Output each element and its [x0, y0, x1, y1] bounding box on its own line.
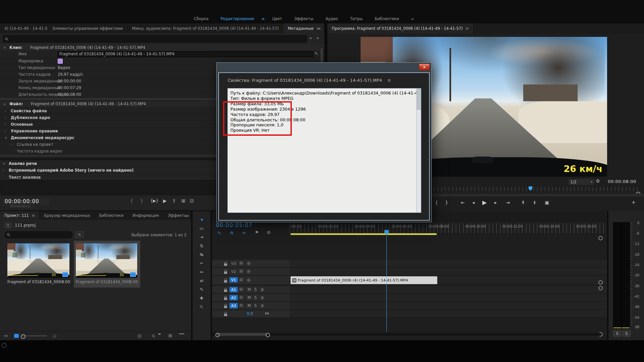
track-badge-a2[interactable]: A2 — [229, 295, 238, 300]
dialog-menu-icon[interactable]: ≡ — [387, 78, 391, 83]
solo-right-button[interactable]: S — [623, 330, 631, 337]
properties-dialog[interactable]: × Свойства: Fragment of 03181434_0006 (4… — [216, 62, 432, 222]
eye-icon[interactable]: ◎ — [247, 261, 250, 265]
solo-button[interactable]: S — [254, 303, 257, 308]
zoom-slider-handle[interactable] — [21, 334, 25, 339]
track-header-a2[interactable]: A2 ⊟ M S ψ — [212, 294, 290, 302]
workspace-tab-titles[interactable]: Титры — [344, 16, 369, 21]
workspace-tab-effects[interactable]: Эффекты — [288, 16, 320, 21]
selection-tool[interactable]: ➤ — [200, 215, 204, 224]
tab-media-browser[interactable]: Браузер медиаданных — [40, 211, 95, 220]
mute-button[interactable]: M — [248, 287, 251, 292]
linked-selection-icon[interactable]: ∞ — [242, 230, 246, 235]
lock-icon[interactable] — [224, 262, 227, 267]
workspace-tab-color[interactable]: Цвет — [266, 16, 288, 21]
workspace-tab-libraries[interactable]: Библиотеки — [369, 16, 405, 21]
track-badge-v1[interactable]: V1 — [229, 277, 238, 283]
scroll-handle[interactable] — [598, 236, 603, 240]
master-gain-value[interactable]: 0,0 — [247, 311, 253, 316]
lock-icon[interactable] — [224, 270, 227, 275]
source-patch-icon[interactable]: ⊟ — [239, 295, 243, 300]
track-badge-v3[interactable]: V3 — [229, 261, 238, 266]
track-badge-a1[interactable]: A1 — [229, 287, 238, 292]
source-patch-icon[interactable]: ⊟ — [239, 278, 243, 282]
eye-icon[interactable]: ◎ — [247, 278, 250, 282]
new-item-icon[interactable]: ⊞ — [181, 198, 185, 203]
step-back-icon[interactable]: ◂ — [472, 200, 475, 205]
tab-audio-clip-mixer[interactable]: Микш. аудиоклипа: Fragment of 03181434_0… — [127, 23, 283, 34]
search-bin-button[interactable]: ⚲ — [75, 231, 84, 238]
play-in-out-icon[interactable]: {▶} — [150, 198, 159, 203]
clip-caption[interactable]: Fragment of 03181434_0006... — [7, 280, 61, 284]
automate-sequence-icon[interactable]: ▥ — [138, 333, 142, 338]
workspace-tab-editing[interactable]: Редактирование — [214, 16, 260, 21]
project-search-input[interactable]: ⚲ — [5, 231, 72, 238]
rate-stretch-tool[interactable]: ↹ — [200, 250, 204, 259]
magnet-icon[interactable]: ∩ — [230, 230, 233, 235]
workspace-tab-audio[interactable]: Аудио — [319, 16, 344, 21]
source-patch-icon[interactable]: ⊟ — [239, 269, 243, 274]
goto-out-icon[interactable]: ⇥ — [506, 200, 510, 205]
mic-icon[interactable]: ψ — [261, 287, 264, 292]
timeline-timecode[interactable]: 00:00:05:07 — [216, 222, 253, 228]
print-icon[interactable]: ⊡ — [190, 198, 194, 203]
track-header-a3[interactable]: A3 ⊟ M S ψ — [212, 302, 290, 310]
play-button[interactable]: ▶ — [482, 199, 487, 206]
lock-icon[interactable] — [224, 304, 227, 309]
timeline-clip[interactable]: fx Fragment of 03181434_0006 (4) (14-41-… — [290, 276, 437, 284]
project-tabs-overflow-icon[interactable]: » — [186, 213, 189, 218]
tab-libraries[interactable]: Библиотеки — [95, 211, 128, 220]
clip-name-field[interactable]: Fragment of 03181434_0006 (4) (14-41-49 … — [58, 51, 313, 57]
solo-button[interactable]: S — [254, 287, 257, 292]
snap-icon[interactable]: ∿ — [217, 230, 221, 235]
work-area-bar[interactable] — [290, 233, 437, 235]
tab-effect-controls[interactable]: Элементы управления эффектами — [48, 23, 128, 34]
track-lane-a2[interactable] — [290, 294, 607, 302]
tab-source-monitor[interactable]: 4) (14-41-49 - 14-41-57).MP4 — [0, 23, 48, 34]
rename-pencil-icon[interactable]: ✎ — [315, 51, 318, 56]
workspace-menu-icon[interactable]: ≡ — [262, 16, 265, 21]
timeline-ruler[interactable]: :00:00 00:00:02:00 00:00:04:00 00:00:06:… — [290, 223, 607, 234]
wrench-icon[interactable]: ⚙ — [267, 230, 271, 235]
list-view-icon[interactable]: ≔ — [4, 333, 8, 338]
track-header-master[interactable]: 0,0 ⋈ — [212, 310, 290, 318]
lock-icon[interactable] — [224, 296, 227, 301]
mark-in-icon[interactable]: { — [435, 200, 438, 205]
mute-button[interactable]: M — [248, 303, 251, 308]
lock-icon[interactable] — [224, 312, 227, 317]
left-tabs-overflow-icon[interactable]: » — [318, 26, 321, 31]
rolling-edit-tool[interactable]: ⇅ — [200, 241, 204, 250]
solo-button[interactable]: S — [254, 295, 257, 300]
lock-icon[interactable] — [224, 279, 227, 284]
add-button-icon[interactable]: + — [631, 199, 636, 205]
metadata-next-icon[interactable]: ▶ — [317, 37, 319, 40]
mark-in-icon[interactable]: { — [130, 198, 133, 203]
clip-caption[interactable]: Fragment of 03181434_0006... — [76, 280, 129, 284]
source-patch-icon[interactable]: ⊟ — [239, 287, 243, 292]
breadcrumb[interactable]: ↥ 111.prproj — [5, 223, 36, 228]
track-lane-a1[interactable] — [290, 286, 607, 294]
dialog-close-button[interactable]: × — [419, 64, 430, 70]
mark-out-icon[interactable]: } — [140, 198, 143, 203]
marker-icon[interactable]: ⚑ — [255, 230, 259, 235]
track-lane-a3[interactable] — [290, 302, 607, 310]
project-item-2-selected[interactable]: 30 Fragment of 03181434_0006... 8:00 — [74, 241, 140, 288]
up-one-level-icon[interactable]: ↥ — [5, 223, 11, 228]
lock-icon[interactable] — [224, 288, 227, 293]
dialog-scrollbar[interactable] — [416, 88, 421, 213]
project-item-1[interactable]: 30 Fragment of 03181434_0006... 8:00 — [6, 241, 71, 286]
track-header-v1[interactable]: V1 ⊟ ◎ — [212, 276, 290, 285]
find-icon[interactable]: ⚲ — [151, 333, 156, 339]
keyframe-nav-icon[interactable]: ⋈ — [265, 311, 269, 316]
new-item-icon[interactable]: ⊞ — [168, 333, 172, 338]
razor-tool[interactable]: ✂ — [200, 259, 204, 267]
mic-icon[interactable]: ψ — [261, 295, 264, 300]
workspace-tab-assembly[interactable]: Сборка — [188, 16, 214, 21]
ripple-edit-tool[interactable]: ⇥ — [200, 233, 204, 241]
mark-out-icon[interactable]: } — [445, 200, 448, 205]
track-header-v3[interactable]: V3 ⊟ ◎ — [212, 260, 290, 268]
metadata-clip-header[interactable]: ∨ Клип: Fragment of 03181434_0006 (4) (1… — [0, 44, 324, 51]
tab-info[interactable]: Информация — [128, 211, 163, 220]
track-lane-v3[interactable] — [290, 260, 607, 268]
track-badge-v2[interactable]: V2 — [229, 269, 238, 274]
